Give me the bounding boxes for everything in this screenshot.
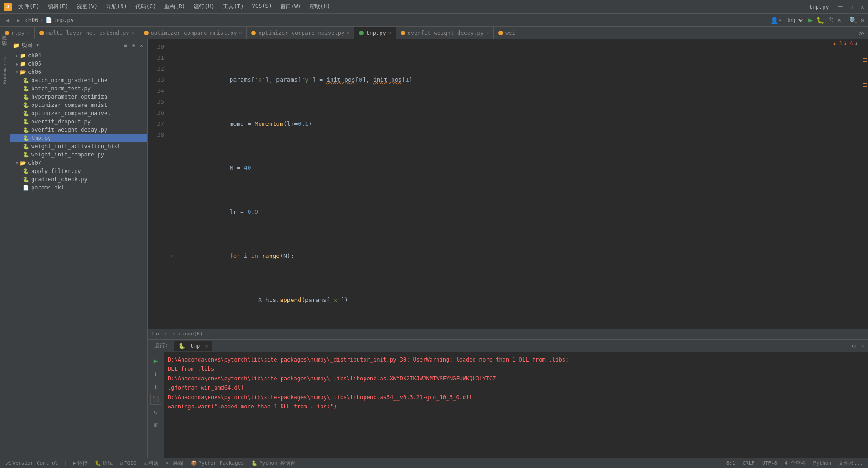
- menu-tools[interactable]: 工具(T): [219, 2, 248, 11]
- tree-file-tmp-py[interactable]: 🐍 tmp.py: [10, 134, 147, 142]
- bottom-settings-icon[interactable]: ⚙: [851, 342, 857, 350]
- run-scroll-up-icon[interactable]: ↑: [150, 368, 161, 379]
- menu-run[interactable]: 运行(U): [190, 2, 218, 11]
- menu-window[interactable]: 窗口(W): [276, 2, 305, 11]
- tree-settings-icon[interactable]: ⚙: [131, 42, 137, 49]
- menu-nav[interactable]: 导航(N): [102, 2, 131, 11]
- tab-optimizer-naive[interactable]: optimizer_compare_naive.py ✕: [247, 27, 354, 39]
- status-terminal[interactable]: >_ 终端: [164, 460, 184, 467]
- run-play-button[interactable]: ▶: [150, 355, 161, 366]
- back-button[interactable]: ◀: [4, 16, 11, 24]
- menu-help[interactable]: 帮助(H): [306, 2, 334, 11]
- status-problems[interactable]: ⚠ 问题: [143, 460, 160, 467]
- breadcrumb-file[interactable]: tmp.py: [54, 17, 74, 23]
- bottom-hide-icon[interactable]: ✕: [859, 342, 866, 350]
- tree-file-batch-norm-gradient[interactable]: 🐍 batch_norm_gradient_che: [10, 76, 147, 84]
- run-scroll-down-icon[interactable]: ↓: [150, 381, 161, 392]
- tree-file-overfit-dropout[interactable]: 🐍 overfit_dropout.py: [10, 117, 147, 126]
- tab-multi-layer[interactable]: multi_layer_net_extend.py ✕: [35, 27, 139, 39]
- tab-close-r-py[interactable]: ✕: [27, 30, 30, 35]
- menu-refactor[interactable]: 重构(R): [160, 2, 189, 11]
- tree-folder-ch07[interactable]: ▼ 📂 ch07: [10, 159, 147, 167]
- tree-folder-ch06[interactable]: ▼ 📂 ch06: [10, 68, 147, 76]
- run-link-1[interactable]: D:\Anaconda\envs\pytorch\lib\site-packag…: [168, 357, 406, 363]
- status-run[interactable]: ▶ 运行: [72, 460, 89, 467]
- run-stop-icon[interactable]: ⬛: [150, 394, 161, 405]
- profile-run-icon[interactable]: ⏱: [828, 17, 834, 24]
- structure-tab[interactable]: 结构: [0, 48, 9, 53]
- tree-file-params-pkl[interactable]: 📄 params.pkl: [10, 184, 147, 192]
- tree-folder-ch04[interactable]: ▶ 📁 ch04: [10, 51, 147, 60]
- tree-file-weight-init-compare[interactable]: 🐍 weight_init_compare.py: [10, 150, 147, 159]
- menu-code[interactable]: 代码(C): [132, 2, 160, 11]
- problems-icon: ⚠: [144, 460, 147, 466]
- run-play-icon[interactable]: ▶: [808, 16, 813, 24]
- tree-file-weight-init-activation[interactable]: 🐍 weight_init_activation_hist: [10, 142, 147, 150]
- project-icon: 📁: [13, 42, 20, 49]
- tab-label-optimizer-mnist: optimizer_compare_mnist.py: [151, 30, 237, 36]
- code-editor[interactable]: params['x'], params['y'] = init_pos[0], …: [168, 39, 868, 329]
- tab-optimizer-mnist[interactable]: optimizer_compare_mnist.py ✕: [139, 27, 247, 39]
- tree-hide-icon[interactable]: ✕: [138, 42, 144, 49]
- tab-wei[interactable]: wei: [494, 27, 520, 39]
- run-clear-icon[interactable]: 🗑: [150, 419, 161, 430]
- tab-tmp-py[interactable]: tmp.py ✕: [354, 27, 396, 39]
- status-python-packages[interactable]: 📦 Python Packages: [189, 460, 245, 466]
- run-config-select[interactable]: tmp: [785, 17, 804, 24]
- tree-collapse-all-icon[interactable]: ≡: [122, 42, 128, 49]
- tree-folder-ch05[interactable]: ▶ 📁 ch05: [10, 60, 147, 68]
- tab-label-tmp-py: tmp.py: [366, 30, 386, 36]
- problems-label: 问题: [148, 460, 158, 467]
- status-line-sep[interactable]: CRLF: [741, 460, 757, 466]
- status-file-open[interactable]: 文件只...: [837, 460, 864, 467]
- forward-button[interactable]: ▶: [14, 16, 22, 24]
- status-todo[interactable]: ☑ TODO: [119, 460, 138, 466]
- bottom-tab-tmp-close[interactable]: ✕: [205, 344, 208, 349]
- menu-edit[interactable]: 编辑(E): [44, 2, 72, 11]
- tab-overflow-btn[interactable]: ≫: [856, 27, 868, 39]
- menu-file[interactable]: 文件(F): [15, 2, 43, 11]
- coverage-icon[interactable]: ↻: [838, 17, 841, 24]
- tab-overfit-decay[interactable]: overfit_weight_decay.py ✕: [396, 27, 494, 39]
- status-debug[interactable]: 🐛 调试: [94, 460, 114, 467]
- debug-icon[interactable]: 🐛: [816, 17, 824, 24]
- tree-file-apply-filter[interactable]: 🐍 apply_filter.py: [10, 167, 147, 175]
- bottom-tab-tmp[interactable]: 🐍 tmp ✕: [174, 341, 212, 351]
- profile-icon[interactable]: 👤▾: [770, 17, 782, 24]
- tab-close-tmp-py[interactable]: ✕: [388, 30, 391, 35]
- file-icon-overfit-dropout: 🐍: [23, 119, 29, 125]
- python-console-label: Python 控制台: [259, 460, 295, 467]
- tree-file-overfit-weight-decay[interactable]: 🐍 overfit_weight_decay.py: [10, 126, 147, 134]
- tree-label-apply-filter: apply_filter.py: [31, 168, 81, 174]
- tab-close-multi-layer[interactable]: ✕: [132, 30, 134, 35]
- tab-close-overfit-decay[interactable]: ✕: [486, 30, 489, 35]
- tree-file-batch-norm-test[interactable]: 🐍 batch_norm_test.py: [10, 84, 147, 93]
- close-btn[interactable]: ✕: [861, 3, 864, 11]
- bookmarks-tab[interactable]: Bookmarks: [1, 54, 9, 87]
- tab-r-py[interactable]: r.py ✕: [0, 27, 35, 39]
- run-rerun-icon[interactable]: ↻: [150, 407, 161, 418]
- tree-file-hyperparameter[interactable]: 🐍 hyperparameter_optimiza: [10, 93, 147, 101]
- menu-vcs[interactable]: VCS(S): [249, 2, 276, 11]
- search-icon[interactable]: 🔍: [849, 17, 857, 24]
- tree-file-optimizer-mnist[interactable]: 🐍 optimizer_compare_mnist: [10, 101, 147, 109]
- menu-view[interactable]: 视图(V): [73, 2, 101, 11]
- status-python-console[interactable]: 🐍 Python 控制台: [250, 460, 297, 467]
- project-tab[interactable]: 项目: [0, 41, 9, 47]
- status-language[interactable]: Python: [812, 460, 833, 466]
- minimize-btn[interactable]: ─: [838, 2, 843, 11]
- settings-icon[interactable]: ⚙: [861, 17, 864, 24]
- breadcrumb-ch06[interactable]: ch06: [25, 17, 38, 23]
- tree-file-gradient-check[interactable]: 🐍 gradient_check.py: [10, 175, 147, 184]
- status-encoding[interactable]: UTF-8: [761, 460, 779, 466]
- tab-close-optimizer-mnist[interactable]: ✕: [239, 30, 242, 35]
- tab-close-optimizer-naive[interactable]: ✕: [347, 30, 349, 35]
- line-num-36: 36: [148, 107, 164, 118]
- language-label: Python: [813, 460, 831, 466]
- status-position[interactable]: 8:1: [725, 460, 737, 466]
- status-version-control[interactable]: ⎇ Version Control: [4, 460, 59, 466]
- warning-marker-3: [863, 83, 867, 84]
- tree-file-optimizer-naive[interactable]: 🐍 optimizer_compare_naive.: [10, 109, 147, 117]
- restore-btn[interactable]: □: [850, 4, 853, 10]
- status-indent[interactable]: 4 个空格: [783, 460, 807, 467]
